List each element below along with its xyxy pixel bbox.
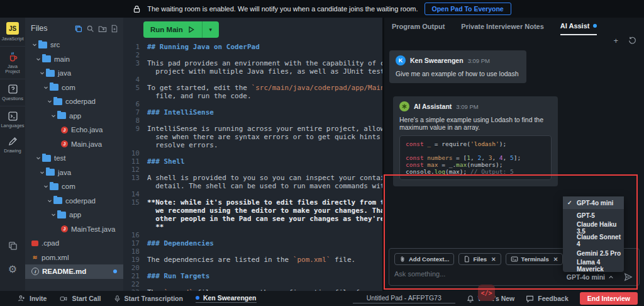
editor-line[interactable]: 6 [123,100,382,108]
pad-name-input[interactable]: Untitled Pad - AFFPTG73 [353,293,455,303]
editor-line[interactable]: 5To get started, edit the `src/main/java… [123,84,382,92]
editor-line[interactable]: 18 [123,247,382,256]
tree-folder-test[interactable]: test [25,151,123,166]
duplicate-files-icon[interactable] [74,25,82,33]
chevron-down-icon[interactable] [35,156,42,161]
copy-icon[interactable] [8,241,18,251]
chevron-down-icon[interactable] [31,42,38,47]
tree-folder-java[interactable]: java [25,166,123,180]
model-option-gpt-4o-mini[interactable]: ✓GPT-4o mini [563,196,624,209]
editor-line[interactable]: 9IntelliSense is running across your ent… [123,125,382,133]
send-icon[interactable] [624,273,633,281]
tree-file--cpad[interactable]: .cpad [25,236,123,251]
editor-line-text: project with multiple Java files, as wel… [140,67,382,76]
tree-folder-src[interactable]: src [25,38,123,52]
editor-line[interactable]: 14 [123,190,382,198]
chevron-down-icon[interactable] [42,184,50,189]
editor-line[interactable]: 10 [123,149,382,157]
tree-folder-java[interactable]: java [25,66,123,81]
tab-private-interviewer-notes[interactable]: Private Interviewer Notes [461,23,543,35]
sidebar-item-languages[interactable]: Languages [0,106,25,133]
editor-line[interactable]: 20 [123,264,382,272]
editor-line[interactable]: file, and run the code. [123,92,382,100]
chevron-down-icon[interactable] [50,113,57,118]
sidebar-item-java-project[interactable]: Java Project [0,47,25,79]
editor-line[interactable]: 19The dependencies are listed in the `po… [123,256,382,264]
editor-line[interactable]: 4 [123,76,382,84]
new-folder-icon[interactable] [98,25,107,33]
settings-gear-icon[interactable]: ⚙ [8,264,17,275]
code-editor[interactable]: Run Main ▾ 1## Running Java on CoderPad2… [123,18,384,291]
model-option-llama-4-maverick[interactable]: Llama 4 Maverick [563,259,624,272]
tree-file-pom-xml[interactable]: ≋pom.xml [25,251,123,265]
editor-line[interactable]: ** [123,223,382,231]
editor-line[interactable]: resolve errors. [123,141,382,149]
editor-line[interactable]: detail. The shell can be used to run mav… [123,182,382,190]
editor-line[interactable]: we recommend using the editor to make yo… [123,207,382,215]
run-main-button[interactable]: Run Main [143,21,202,38]
tree-folder-coderpad[interactable]: coderpad [25,94,123,109]
editor-line[interactable]: 22 [123,280,382,288]
new-chat-plus-icon[interactable]: + [613,37,618,45]
run-options-caret[interactable]: ▾ [202,21,219,38]
chip-add-context-[interactable]: Add Context... [394,253,454,265]
tree-folder-app[interactable]: app [25,208,123,222]
chevron-down-icon[interactable] [50,212,57,217]
tab-ai-assist[interactable]: AI Assist [560,23,597,35]
chip-close-icon[interactable]: ✕ [491,256,496,263]
editor-line[interactable]: 2 [123,51,382,59]
editor-line[interactable]: other people in the Pad can see your cha… [123,215,382,223]
tree-folder-main[interactable]: main [25,52,123,67]
model-option-gpt-5[interactable]: GPT-5 [563,209,624,222]
model-option-claude-haiku-3-5[interactable]: Claude Haiku 3.5 [563,222,624,234]
chevron-down-icon[interactable] [42,85,50,90]
model-selector[interactable]: GPT-4o mini [567,273,614,281]
tree-folder-com[interactable]: com [25,81,123,95]
statusbar-start-call[interactable]: Start Call [59,295,101,302]
tree-folder-com[interactable]: com [25,179,123,194]
current-user[interactable]: Ken Swearengen [196,294,257,303]
chevron-down-icon[interactable] [46,198,53,203]
tree-file-echo-java[interactable]: Echo.java [25,123,123,137]
editor-line[interactable]: see when there are syntax errors or to g… [123,133,382,141]
tree-file-readme-md[interactable]: iREADME.md [25,264,123,279]
chevron-down-icon[interactable] [38,170,46,175]
tree-file-main-java[interactable]: Main.java [25,137,123,152]
editor-line[interactable]: 1## Running Java on CoderPad [123,43,382,51]
editor-line[interactable]: 7### IntelliSense [123,108,382,116]
editor-line[interactable]: 13A shell is provided to you so you can … [123,174,382,182]
search-icon[interactable] [86,25,94,33]
chip-close-icon[interactable]: ✕ [553,256,558,263]
chevron-down-icon[interactable] [46,99,53,104]
editor-line[interactable]: 12 [123,166,382,174]
statusbar-start-transcription[interactable]: Start Transcription [114,295,183,303]
editor-line[interactable]: 17### Dependencies [123,239,382,247]
editor-line[interactable]: 15**Note: while it's possible to edit fi… [123,198,382,207]
editor-line[interactable]: 23The `.cpad` file serves as the configu… [123,288,382,291]
model-option-claude-sonnet-4[interactable]: Claude Sonnet 4 [563,234,624,247]
chip-terminals[interactable]: Terminals✕ [506,253,564,265]
tree-folder-coderpad[interactable]: coderpad [25,194,123,208]
editor-line[interactable]: project with multiple Java files, as wel… [123,67,382,76]
sidebar-item-javascript[interactable]: JSJavaScript [0,18,25,47]
editor-line[interactable]: 21### Run Targets [123,272,382,280]
open-pad-button[interactable]: Open Pad To Everyone [425,3,511,15]
tree-file-maintest-java[interactable]: MainTest.java [25,222,123,237]
editor-line[interactable]: 11### Shell [123,157,382,166]
editor-line[interactable]: 16 [123,231,382,239]
chip-files[interactable]: Files✕ [458,253,501,265]
tree-folder-app[interactable]: app [25,109,123,123]
model-option-gemini-2-5-pro[interactable]: Gemini 2.5 Pro [563,247,624,259]
tab-program-output[interactable]: Program Output [392,23,445,35]
sidebar-item-drawing[interactable]: Drawing [0,132,25,158]
chevron-down-icon[interactable] [38,71,46,76]
editor-line[interactable]: 3This pad provides an environment with t… [123,59,382,67]
new-file-icon[interactable] [111,25,118,33]
end-interview-button[interactable]: End Interview [580,292,638,305]
chevron-down-icon[interactable] [35,57,42,62]
history-icon[interactable] [628,37,636,45]
statusbar-invite[interactable]: Invite [18,295,47,302]
sidebar-item-questions[interactable]: Questions [0,79,25,106]
editor-line[interactable]: 8 [123,116,382,125]
feedback-button[interactable]: Feedback [526,295,568,303]
